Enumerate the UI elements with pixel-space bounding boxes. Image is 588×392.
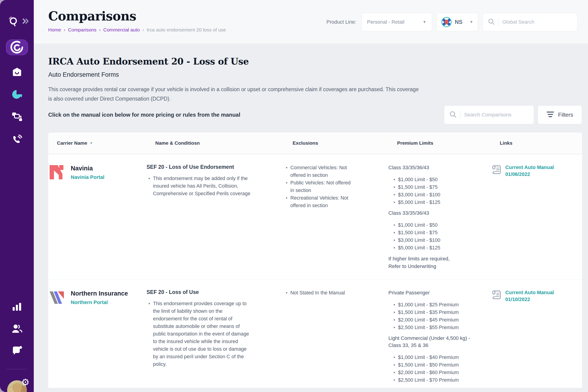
- manual-icon[interactable]: [491, 164, 502, 176]
- carrier-name: Navinia: [71, 165, 104, 172]
- comparisons-spiral-icon: [10, 40, 24, 55]
- portal-link[interactable]: Navinia Portal: [71, 174, 104, 180]
- premium-heading: Light Commercial (Under 4,500 kg) - Clas…: [388, 334, 474, 349]
- manual-note: Click on the manual icon below for more …: [48, 112, 240, 118]
- sidebar-item-chat[interactable]: [12, 346, 22, 357]
- table-header-row: Carrier Name ▼ Name & Conditiosn Exclusi…: [48, 132, 582, 154]
- user-avatar[interactable]: ⚙: [7, 380, 27, 392]
- comparison-search: [444, 106, 534, 124]
- search-logo-icon: [7, 15, 19, 28]
- links-cell: Current Auto Manual01/06/2022: [491, 164, 582, 270]
- breadcrumb-separator-icon: ›: [99, 28, 100, 32]
- main-area: Comparisons Home›Comparisons›Commercial …: [34, 0, 588, 392]
- breadcrumb-item[interactable]: Commercial auto: [103, 27, 140, 32]
- sidebar-item-analytics[interactable]: [12, 90, 22, 100]
- sidebar-item-calls[interactable]: [12, 134, 22, 145]
- global-search: [482, 13, 578, 31]
- manual-link[interactable]: Current Auto Manual01/06/2022: [505, 164, 554, 178]
- premium-item: $2,000 Limit - $60 Premium: [392, 369, 474, 376]
- sidebar-item-home[interactable]: [12, 67, 22, 78]
- premium-items: $1,000 Limit - $50$1,500 Limit - $75$3,0…: [392, 176, 474, 206]
- premium-items: $1,000 Limit - $40 Premium$1,500 Limit -…: [392, 354, 474, 384]
- product-line-value: Personal - Retail: [367, 19, 404, 25]
- premium-note: If higher limits are required,Refer to U…: [388, 255, 480, 270]
- filters-button[interactable]: Filters: [538, 106, 582, 124]
- table-body: NaviniaNavinia PortalSEF 20 - Loss of Us…: [48, 154, 582, 388]
- chevron-down-icon: ▼: [470, 20, 473, 24]
- sidebar-divider: [7, 369, 27, 369]
- manual-link[interactable]: Current Auto Manual01/10/2022: [505, 289, 554, 303]
- exclusions-cell: Commercial Vehicles: Not offered in sect…: [284, 164, 388, 270]
- premium-item: $2,500 Limit - $70 Premium: [392, 376, 474, 384]
- navinia-logo: [48, 164, 65, 182]
- filters-label: Filters: [558, 112, 573, 118]
- product-line-select[interactable]: Personal - Retail ▼: [361, 13, 432, 31]
- sidebar: ⚙: [0, 0, 34, 392]
- app-logo[interactable]: [0, 15, 34, 28]
- premium-section: All Other Light Commercial (Under: [388, 387, 480, 388]
- premium-item: $3,000 Limit - $100: [392, 236, 474, 244]
- region-code: NS: [455, 19, 466, 25]
- global-search-input[interactable]: [502, 19, 572, 25]
- comparison-search-input[interactable]: [464, 112, 529, 118]
- condition-title: SEF 20 - Loss of Use: [146, 289, 273, 295]
- premium-item: $1,500 Limit - $75: [392, 184, 474, 191]
- divider: [460, 111, 460, 119]
- manual-icon[interactable]: [491, 290, 502, 301]
- conditions-cell: SEF 20 - Loss of Use EndorsementThis end…: [146, 164, 284, 270]
- premium-item: $1,000 Limit - $50: [392, 176, 474, 184]
- breadcrumb-item[interactable]: Comparisons: [68, 27, 96, 32]
- sidebar-item-reports[interactable]: [12, 302, 22, 312]
- premium-item: $5,000 Limit - $125: [392, 244, 474, 252]
- carrier-cell: NaviniaNavinia Portal: [48, 164, 146, 270]
- premium-items: $1,000 Limit - $25 Premium$1,500 Limit -…: [392, 301, 474, 331]
- premium-item: $1,500 Limit - $35 Premium: [392, 309, 474, 316]
- breadcrumb-item[interactable]: Home: [48, 27, 61, 32]
- collapse-chevrons-icon[interactable]: [22, 18, 29, 25]
- integrations-icon: [12, 112, 22, 123]
- premium-heading: All Other Light Commercial (Under: [388, 387, 474, 388]
- condition-title: SEF 20 - Loss of Use Endorsement: [146, 164, 273, 170]
- comparison-table: Carrier Name ▼ Name & Conditiosn Exclusi…: [48, 132, 582, 388]
- sort-caret-icon: ▼: [90, 141, 93, 145]
- premium-item: $1,000 Limit - $50: [392, 222, 474, 229]
- column-header-premium-limits: Premium Limits: [397, 140, 500, 146]
- table-row: NaviniaNavinia PortalSEF 20 - Loss of Us…: [48, 154, 582, 280]
- premium-item: $2,500 Limit - $55 Premium: [392, 324, 474, 331]
- search-icon: [449, 111, 456, 119]
- links-cell: Current Auto Manual01/10/2022: [491, 289, 582, 388]
- premium-heading: Class 33/35/36/43: [388, 164, 474, 171]
- pie-chart-icon: [12, 90, 22, 100]
- premium-heading: Private Passenger: [388, 289, 474, 296]
- column-header-carrier-name[interactable]: Carrier Name ▼: [57, 140, 155, 146]
- exclusion-item: Commercial Vehicles: Not offered in sect…: [284, 164, 353, 179]
- premium-heading: Class 33/35/36/43: [388, 210, 474, 216]
- exclusions-cell: Not Stated In the Manual: [284, 289, 388, 388]
- document-description: This coverage provides rental car covera…: [48, 85, 420, 104]
- phone-icon: [12, 134, 22, 145]
- users-icon: [12, 324, 22, 334]
- gear-icon[interactable]: ⚙: [21, 378, 30, 387]
- portal-link[interactable]: Northern Portal: [71, 300, 108, 306]
- premium-item: $5,000 Limit - $125: [392, 199, 474, 206]
- sidebar-item-integrations[interactable]: [12, 112, 22, 123]
- home-icon: [12, 67, 22, 78]
- carrier-info: Northern InsuranceNorthern Portal: [71, 289, 128, 306]
- exclusion-item: Public Vehicles: Not offered in section: [284, 179, 353, 194]
- condition-bullet: This endorsement may be added only if th…: [146, 175, 252, 198]
- premium-items: $1,000 Limit - $50$1,500 Limit - $75$3,0…: [392, 222, 474, 252]
- premium-section: Light Commercial (Under 4,500 kg) - Clas…: [388, 334, 480, 384]
- top-header: Comparisons Home›Comparisons›Commercial …: [34, 0, 588, 44]
- exclusion-list: Commercial Vehicles: Not offered in sect…: [284, 164, 353, 210]
- breadcrumb-separator-icon: ›: [142, 28, 144, 32]
- sidebar-item-comparisons-active[interactable]: [6, 40, 28, 55]
- premium-section: Class 33/35/36/43$1,000 Limit - $50$1,50…: [388, 210, 480, 252]
- carrier-name: Northern Insurance: [71, 290, 128, 297]
- sidebar-item-users[interactable]: [12, 324, 22, 334]
- document-subtitle: Auto Endorsement Forms: [48, 71, 582, 78]
- region-select[interactable]: NS ▼: [437, 13, 478, 31]
- premium-item: $1,000 Limit - $40 Premium: [392, 354, 474, 361]
- premium-item: $1,500 Limit - $50 Premium: [392, 361, 474, 369]
- exclusion-item: Recreational Vehicles: Not offered in se…: [284, 194, 353, 210]
- condition-bullets: This endorsement provides coverage up to…: [146, 300, 252, 368]
